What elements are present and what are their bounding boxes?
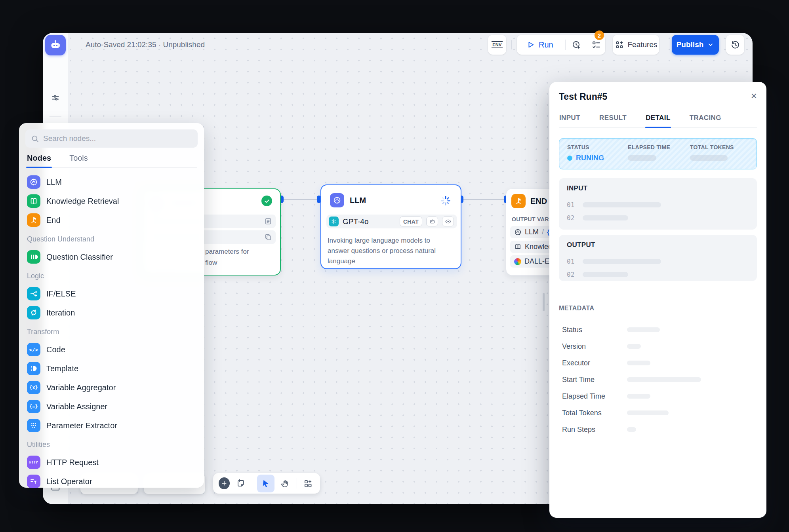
metadata-row-elapsed-time: Elapsed Time bbox=[559, 388, 757, 405]
metadata-row-total-tokens: Total Tokens bbox=[559, 405, 757, 421]
node-item-label: Variable Aggregator bbox=[46, 383, 116, 392]
node-item-label: Code bbox=[46, 345, 65, 354]
elapsed-time-label: ELAPSED TIME bbox=[628, 144, 690, 150]
skeleton-bar bbox=[627, 361, 650, 365]
run-panel-tabs: INPUTRESULTDETAILTRACING bbox=[559, 114, 757, 128]
node-item-end[interactable]: End bbox=[25, 211, 198, 230]
llm-node[interactable]: LLM GPT-4o CHAT bbox=[320, 184, 461, 269]
variable-assigner-icon: {=} bbox=[27, 400, 40, 413]
run-history-clock-icon[interactable] bbox=[571, 40, 581, 50]
metadata-rows: StatusVersionExecutorStart TimeElapsed T… bbox=[559, 321, 757, 438]
node-search-box[interactable] bbox=[25, 129, 198, 148]
metadata-label: Start Time bbox=[562, 376, 627, 384]
hand-mode-button[interactable] bbox=[279, 477, 292, 490]
features-button[interactable]: Features bbox=[613, 35, 659, 55]
success-check-icon bbox=[261, 196, 272, 206]
metadata-label: Elapsed Time bbox=[562, 392, 627, 401]
node-item-question-classifier[interactable]: Question Classifier bbox=[25, 247, 198, 266]
node-item-template[interactable]: Template bbox=[25, 359, 198, 378]
variable-aggregator-icon: {x} bbox=[27, 381, 40, 394]
run-tab-result[interactable]: RESULT bbox=[599, 114, 627, 127]
end-row-label: Knowled bbox=[525, 243, 552, 251]
run-tab-tracing[interactable]: TRACING bbox=[689, 114, 722, 127]
node-item-if-else[interactable]: IF/ELSE bbox=[25, 284, 198, 303]
status-value: RUNING bbox=[567, 154, 628, 162]
node-item-variable-assigner[interactable]: {=}Variable Assigner bbox=[25, 397, 198, 416]
node-item-variable-aggregator[interactable]: {x}Variable Aggregator bbox=[25, 378, 198, 397]
llm-icon bbox=[27, 175, 40, 189]
skeleton-bar bbox=[628, 155, 656, 161]
add-note-button[interactable] bbox=[234, 477, 247, 490]
env-button[interactable]: ENV bbox=[488, 35, 506, 55]
metadata-label: Run Steps bbox=[562, 426, 627, 434]
start-node-description: flow bbox=[205, 259, 217, 267]
gpt-4o-icon bbox=[329, 217, 339, 226]
pointer-mode-button[interactable] bbox=[257, 475, 274, 492]
question-classifier-icon bbox=[27, 250, 40, 264]
skeleton-bar bbox=[627, 344, 641, 349]
llm-outline-icon bbox=[514, 228, 522, 236]
screen: parameters for flow LLM bbox=[0, 0, 789, 532]
skeleton-bar bbox=[627, 427, 636, 432]
metadata-row-run-steps: Run Steps bbox=[559, 421, 757, 438]
node-item-label: IF/ELSE bbox=[46, 289, 76, 298]
line-number: 02 bbox=[567, 271, 576, 278]
end-icon bbox=[27, 213, 40, 227]
node-panel-tab-nodes[interactable]: Nodes bbox=[26, 154, 52, 167]
node-item-llm[interactable]: LLM bbox=[25, 173, 198, 192]
vision-badge-icon bbox=[442, 217, 454, 226]
status-label: STATUS bbox=[567, 144, 628, 150]
metadata-label: Status bbox=[562, 326, 627, 334]
book-outline-icon bbox=[514, 243, 522, 251]
app-logo-robot-icon[interactable] bbox=[45, 35, 66, 55]
node-list: LLMKnowledge RetrievalEndQuestion Unders… bbox=[25, 168, 198, 491]
node-item-knowledge-retrieval[interactable]: Knowledge Retrieval bbox=[25, 192, 198, 211]
dalle-icon bbox=[514, 258, 521, 265]
organize-nodes-button[interactable] bbox=[302, 477, 314, 490]
text-field-icon bbox=[264, 217, 272, 225]
end-row-label: DALL-E bbox=[524, 257, 549, 266]
add-node-button[interactable] bbox=[219, 477, 230, 489]
total-tokens-label: TOTAL TOKENS bbox=[690, 144, 734, 150]
llm-icon bbox=[330, 193, 344, 207]
autosave-status: Auto-Saved 21:02:35 · Unpublished bbox=[86, 40, 205, 49]
chat-mode-badge: CHAT bbox=[400, 217, 422, 226]
knowledge-retrieval-icon bbox=[27, 194, 40, 208]
io-line: 02 bbox=[567, 214, 749, 222]
node-item-label: Parameter Extractor bbox=[46, 421, 117, 430]
node-item-iteration[interactable]: Iteration bbox=[25, 303, 198, 322]
node-panel-tabs: NodesTools bbox=[26, 154, 197, 168]
version-history-button[interactable] bbox=[726, 35, 744, 55]
line-number: 01 bbox=[567, 201, 576, 209]
node-item-label: Variable Assigner bbox=[46, 402, 107, 411]
start-node-description: parameters for bbox=[205, 248, 249, 256]
io-line: 01 bbox=[567, 201, 749, 209]
skeleton-bar bbox=[627, 394, 650, 399]
skeleton-bar bbox=[627, 377, 701, 382]
model-selector-row[interactable]: GPT-4o CHAT bbox=[326, 215, 457, 228]
preferences-sliders-icon[interactable] bbox=[48, 90, 63, 106]
run-tab-input[interactable]: INPUT bbox=[559, 114, 581, 127]
node-item-label: Question Classifier bbox=[46, 253, 113, 262]
agent-badge-icon bbox=[426, 217, 438, 226]
checklist-icon[interactable] bbox=[591, 40, 601, 50]
run-panel-title: Test Run#5 bbox=[559, 91, 607, 102]
input-section-title: INPUT bbox=[567, 184, 749, 192]
node-item-code[interactable]: </>Code bbox=[25, 340, 198, 359]
node-item-parameter-extractor[interactable]: Parameter Extractor bbox=[25, 416, 198, 435]
node-item-http-request[interactable]: HTTPHTTP Request bbox=[25, 453, 198, 472]
output-section-title: OUTPUT bbox=[567, 241, 749, 249]
node-item-list-operator[interactable]: List Operator bbox=[25, 472, 198, 491]
search-input[interactable] bbox=[43, 134, 192, 143]
publish-button[interactable]: Publish bbox=[672, 35, 719, 55]
skeleton-bar bbox=[627, 327, 660, 332]
run-status-card: STATUS RUNING ELAPSED TIME TOTAL TOKENS bbox=[559, 138, 757, 169]
node-item-label: Template bbox=[46, 364, 78, 373]
close-icon[interactable]: × bbox=[751, 91, 757, 100]
node-item-label: LLM bbox=[46, 178, 62, 187]
run-button[interactable]: Run bbox=[527, 40, 564, 49]
node-panel-tab-tools[interactable]: Tools bbox=[69, 154, 89, 167]
run-tab-detail[interactable]: DETAIL bbox=[645, 114, 671, 127]
edge-llm-end bbox=[463, 199, 505, 200]
panel-resize-handle[interactable] bbox=[543, 293, 545, 311]
